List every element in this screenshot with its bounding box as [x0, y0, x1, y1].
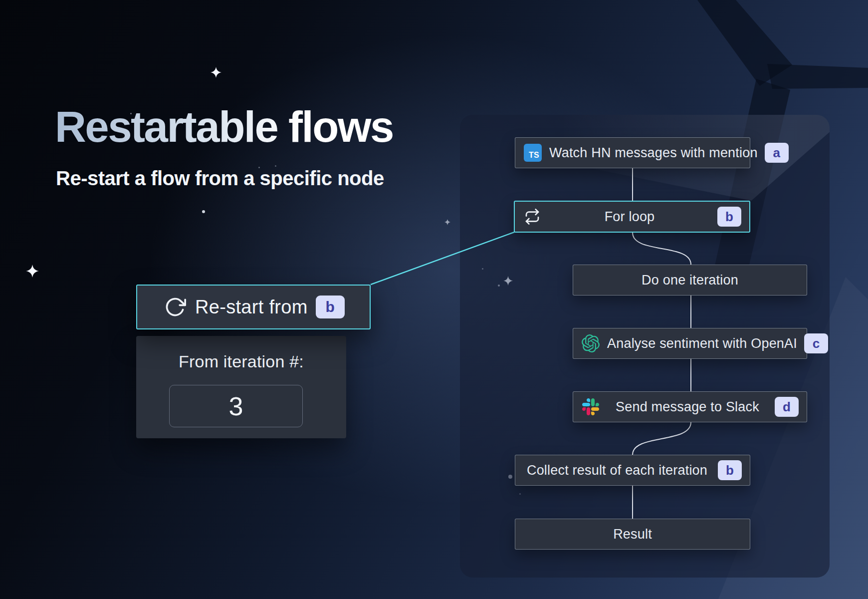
node-label: For loop	[549, 209, 710, 225]
node-badge: b	[717, 207, 741, 227]
flow-node-result[interactable]: Result	[515, 519, 750, 550]
node-badge: c	[804, 333, 828, 353]
flow-node-send-slack-message[interactable]: Send message to Slack d	[573, 391, 807, 422]
typescript-icon-text: TS	[524, 144, 542, 162]
flow-node-watch-hn-messages[interactable]: TS Watch HN messages with mention a	[515, 137, 750, 168]
openai-icon	[581, 334, 600, 353]
flow-node-analyse-sentiment[interactable]: Analyse sentiment with OpenAI c	[573, 328, 807, 359]
flow-node-collect-results[interactable]: Collect result of each iteration b	[515, 455, 750, 486]
node-label: Watch HN messages with mention	[549, 145, 758, 161]
restart-card-badge: b	[316, 296, 345, 318]
hero-section: Restartable flows Re-start a flow from a…	[55, 104, 393, 190]
iteration-number-input[interactable]: 3	[169, 385, 303, 427]
node-badge: a	[765, 143, 789, 163]
flow-node-do-one-iteration[interactable]: Do one iteration	[573, 265, 807, 296]
flow-node-for-loop[interactable]: For loop b	[514, 201, 750, 233]
node-label: Send message to Slack	[607, 399, 768, 415]
sparkle-star-icon	[211, 67, 221, 78]
restart-from-card[interactable]: Re-start from b	[136, 285, 371, 329]
slack-icon	[581, 397, 600, 416]
iteration-card: From iteration #: 3	[136, 336, 346, 438]
sparkle-star-icon	[444, 219, 450, 225]
loop-icon	[523, 207, 542, 226]
page-background: Restartable flows Re-start a flow from a…	[0, 0, 868, 599]
page-subtitle: Re-start a flow from a specific node	[56, 167, 393, 190]
star-dot	[202, 210, 205, 213]
restart-card-label: Re-start from	[195, 297, 308, 318]
page-title: Restartable flows	[55, 104, 393, 149]
typescript-icon: TS	[523, 143, 542, 162]
node-label: Analyse sentiment with OpenAI	[607, 336, 797, 351]
node-label: Collect result of each iteration	[523, 463, 711, 478]
sparkle-star-icon	[26, 265, 39, 278]
node-label: Result	[523, 527, 742, 542]
node-badge: b	[718, 460, 742, 480]
node-badge: d	[775, 397, 799, 417]
refresh-icon	[163, 295, 187, 319]
node-label: Do one iteration	[581, 273, 799, 288]
iteration-card-label: From iteration #:	[136, 352, 346, 371]
